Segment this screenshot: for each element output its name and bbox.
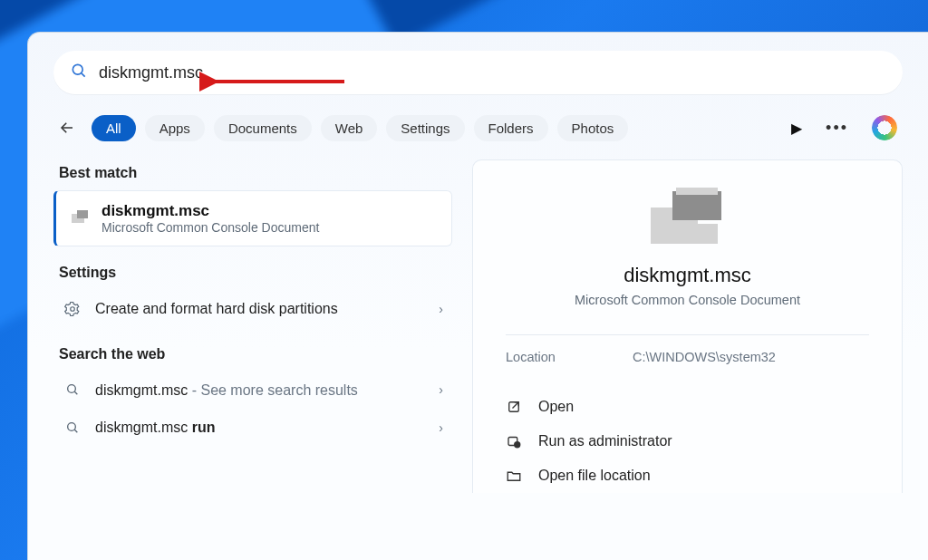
action-label: Open (538, 399, 574, 415)
svg-point-12 (515, 442, 520, 448)
section-search-web: Search the web (53, 341, 452, 372)
more-options-icon[interactable]: ••• (826, 119, 848, 138)
chevron-right-icon: › (439, 420, 443, 435)
gear-icon (63, 301, 82, 317)
filter-all[interactable]: All (92, 115, 136, 141)
web-result[interactable]: diskmgmt.msc run › (53, 409, 452, 447)
best-match-subtitle: Microsoft Common Console Document (102, 220, 319, 235)
detail-panel: diskmgmt.msc Microsoft Common Console Do… (472, 159, 903, 493)
filter-documents[interactable]: Documents (214, 115, 312, 141)
best-match-result[interactable]: diskmgmt.msc Microsoft Common Console Do… (53, 190, 452, 246)
svg-rect-4 (77, 210, 88, 218)
search-bar[interactable] (53, 51, 903, 94)
chevron-right-icon: › (439, 382, 443, 397)
svg-line-1 (82, 73, 85, 77)
back-button[interactable] (53, 114, 81, 141)
svg-point-5 (71, 307, 75, 312)
filter-photos[interactable]: Photos (557, 115, 629, 141)
action-open[interactable]: Open (506, 390, 869, 424)
filter-folders[interactable]: Folders (474, 115, 548, 141)
settings-result-label: Create and format hard disk partitions (95, 299, 426, 319)
divider (506, 334, 869, 335)
location-value: C:\WINDOWS\system32 (633, 350, 776, 364)
web-result-label: diskmgmt.msc - See more search results (95, 381, 426, 401)
detail-title: diskmgmt.msc (506, 264, 869, 287)
action-label: Open file location (538, 468, 651, 484)
msc-file-icon (69, 208, 91, 229)
svg-line-9 (74, 430, 77, 432)
settings-result[interactable]: Create and format hard disk partitions › (53, 290, 452, 328)
filter-apps[interactable]: Apps (145, 115, 205, 141)
search-icon (63, 382, 82, 397)
detail-location-row: Location C:\WINDOWS\system32 (506, 350, 869, 364)
open-icon (506, 399, 524, 415)
action-open-location[interactable]: Open file location (506, 459, 869, 493)
svg-line-7 (74, 392, 77, 395)
filter-row: All Apps Documents Web Settings Folders … (53, 114, 903, 141)
search-input[interactable] (99, 63, 886, 82)
filter-web[interactable]: Web (321, 115, 378, 141)
action-label: Run as administrator (538, 433, 672, 449)
section-best-match: Best match (53, 159, 452, 190)
best-match-title: diskmgmt.msc (102, 202, 319, 220)
web-result-label: diskmgmt.msc run (95, 418, 426, 438)
search-icon (63, 420, 82, 435)
svg-point-8 (68, 423, 76, 431)
svg-point-6 (68, 385, 76, 393)
svg-point-0 (72, 64, 82, 74)
filter-settings[interactable]: Settings (386, 115, 464, 141)
play-icon[interactable]: ▶ (791, 120, 802, 137)
action-run-admin[interactable]: Run as administrator (506, 424, 869, 459)
chevron-right-icon: › (439, 302, 443, 316)
search-panel: All Apps Documents Web Settings Folders … (27, 32, 928, 560)
msc-file-icon (649, 186, 727, 253)
search-icon (70, 62, 88, 83)
web-result[interactable]: diskmgmt.msc - See more search results › (53, 372, 452, 410)
copilot-icon[interactable] (872, 115, 897, 140)
detail-subtitle: Microsoft Common Console Document (506, 293, 869, 307)
shield-icon (506, 433, 524, 449)
location-label: Location (506, 350, 633, 364)
folder-icon (506, 468, 524, 484)
results-column: Best match diskmgmt.msc Microsoft Common… (53, 159, 452, 493)
section-settings: Settings (53, 259, 452, 290)
